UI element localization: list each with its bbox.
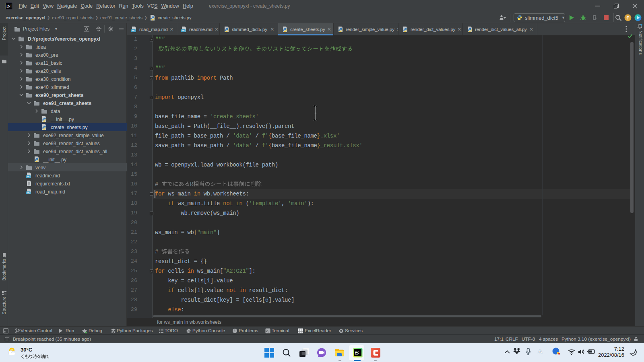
- svg-text:MD: MD: [182, 29, 185, 32]
- svg-text:PC: PC: [7, 4, 10, 7]
- svg-text:MD: MD: [27, 175, 30, 178]
- svg-text:PC: PC: [355, 351, 359, 354]
- svg-text:MD: MD: [27, 191, 30, 194]
- svg-text:MD: MD: [132, 29, 135, 32]
